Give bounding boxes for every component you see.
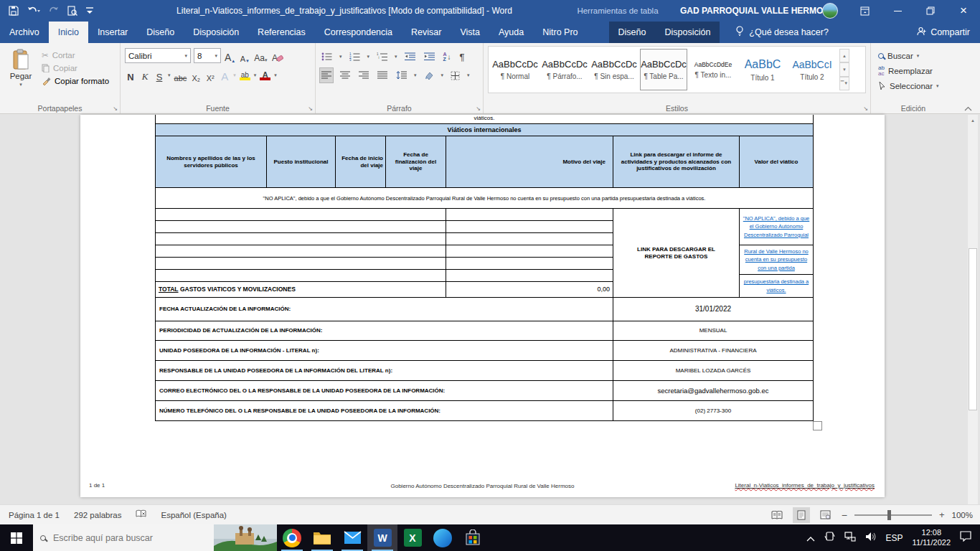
font-size-combo[interactable]: 8▾ bbox=[194, 48, 221, 63]
info-value-telefono[interactable]: (02) 2773-300 bbox=[613, 400, 814, 421]
tab-nitro-pro[interactable]: Nitro Pro bbox=[533, 22, 587, 43]
info-label-fecha[interactable]: FECHA ACTUALIZACIÓN DE LA INFORMACIÓN: bbox=[155, 297, 613, 321]
increase-indent-button[interactable] bbox=[423, 50, 436, 64]
show-marks-button[interactable]: ¶ bbox=[458, 50, 466, 64]
column-header-nombres[interactable]: Nombres y apellidos de las y los servido… bbox=[155, 136, 267, 188]
justify-button[interactable] bbox=[376, 68, 389, 83]
select-button[interactable]: Seleccionar▾ bbox=[878, 78, 951, 93]
web-layout-icon[interactable] bbox=[817, 507, 834, 523]
table-empty-cell[interactable] bbox=[155, 269, 446, 282]
table-resize-handle[interactable] bbox=[813, 421, 822, 430]
paste-button[interactable]: Pegar ▾ bbox=[4, 46, 37, 102]
zoom-slider[interactable] bbox=[854, 514, 932, 516]
style-texto-independiente[interactable]: AaBbCcDdEe¶ Texto in... bbox=[689, 49, 737, 90]
style-table-paragraph[interactable]: AaBbCcDc¶ Table Pa... bbox=[640, 49, 687, 90]
info-label-unidad[interactable]: UNIDAD POSEEDORA DE LA INFORMACIÓN - LIT… bbox=[155, 340, 613, 361]
table-empty-cell[interactable] bbox=[446, 220, 613, 233]
underline-button[interactable]: S bbox=[154, 68, 165, 83]
valor-link-cell-2[interactable]: Rural de Valle Hermoso no cuenta en su p… bbox=[739, 245, 814, 275]
tab-revisar[interactable]: Revisar bbox=[402, 22, 451, 43]
table-empty-cell[interactable] bbox=[155, 232, 446, 245]
paragraph-dialog-launcher-icon[interactable]: ↘ bbox=[476, 105, 481, 112]
styles-scroll-down-icon[interactable]: ▼ bbox=[839, 62, 849, 76]
tab-inicio[interactable]: Inicio bbox=[49, 22, 88, 43]
collapse-ribbon-icon[interactable] bbox=[964, 101, 972, 114]
style-parrafo[interactable]: AaBbCcDc¶ Párrafo... bbox=[541, 49, 588, 90]
style-normal[interactable]: AaBbCcDc¶ Normal bbox=[491, 49, 539, 90]
close-button[interactable]: × bbox=[947, 0, 980, 22]
taskbar-chrome-icon[interactable] bbox=[277, 524, 307, 551]
table-empty-cell[interactable] bbox=[446, 257, 613, 270]
restore-button[interactable] bbox=[914, 0, 947, 22]
align-right-button[interactable] bbox=[357, 68, 370, 83]
ribbon-display-options-icon[interactable] bbox=[848, 0, 881, 22]
info-label-correo[interactable]: CORREO ELECTRÓNICO DEL O LA RESPONSABLE … bbox=[155, 380, 613, 401]
tab-ayuda[interactable]: Ayuda bbox=[489, 22, 533, 43]
read-mode-icon[interactable] bbox=[768, 507, 786, 523]
vertical-scrollbar[interactable]: ▲ bbox=[967, 115, 978, 504]
clear-formatting-button[interactable]: A bbox=[271, 49, 284, 63]
info-value-fecha[interactable]: 31/01/2022 bbox=[613, 297, 814, 321]
link-reporte-gastos-cell[interactable]: LINK PARA DESCARGAR EL REPORTE DE GASTOS bbox=[613, 208, 740, 298]
total-value-cell[interactable]: 0,00 bbox=[446, 281, 613, 298]
table-empty-cell[interactable] bbox=[446, 245, 613, 258]
styles-dialog-launcher-icon[interactable]: ↘ bbox=[863, 105, 868, 112]
sort-button[interactable]: AZ↓ bbox=[442, 50, 453, 64]
change-case-button[interactable]: Aa▾ bbox=[253, 49, 268, 63]
table-empty-cell[interactable] bbox=[155, 245, 446, 258]
tab-insertar[interactable]: Insertar bbox=[88, 22, 137, 43]
font-dialog-launcher-icon[interactable]: ↘ bbox=[308, 105, 313, 112]
shading-button[interactable] bbox=[423, 68, 435, 83]
valor-link-cell-1[interactable]: "NO APLICA", debido a que el Gobierno Au… bbox=[739, 208, 814, 245]
section-title-cell[interactable]: Viáticos internacionales bbox=[155, 123, 814, 136]
account-name[interactable]: GAD PARROQUIAL VALLE HERMOSO bbox=[680, 0, 836, 22]
table-empty-cell[interactable] bbox=[155, 220, 446, 233]
align-center-button[interactable] bbox=[339, 68, 352, 83]
style-sin-espaciado[interactable]: AaBbCcDc¶ Sin espa... bbox=[590, 49, 638, 90]
tablet-mode-icon[interactable] bbox=[824, 531, 835, 545]
print-layout-icon[interactable] bbox=[793, 507, 810, 523]
styles-scroll-up-icon[interactable]: ▲ bbox=[839, 49, 849, 62]
search-input[interactable] bbox=[52, 532, 188, 544]
info-label-responsable[interactable]: RESPONSABLE DE LA UNIDAD POSEEDORA DE LA… bbox=[155, 360, 613, 381]
info-label-telefono[interactable]: NÚMERO TELEFÓNICO DEL O LA RESPONSABLE D… bbox=[155, 400, 613, 421]
zoom-out-button[interactable]: − bbox=[842, 509, 847, 521]
scenic-app-icon[interactable] bbox=[214, 524, 277, 551]
table-empty-cell[interactable] bbox=[155, 257, 446, 270]
action-center-icon[interactable] bbox=[960, 531, 971, 545]
column-header-puesto[interactable]: Puesto institucional bbox=[266, 136, 336, 188]
word-count[interactable]: 292 palabras bbox=[74, 511, 122, 519]
decrease-indent-button[interactable] bbox=[403, 50, 417, 64]
table-empty-cell[interactable] bbox=[446, 208, 613, 221]
tab-correspondencia[interactable]: Correspondencia bbox=[315, 22, 402, 43]
page-indicator[interactable]: Página 1 de 1 bbox=[9, 511, 60, 519]
account-avatar[interactable] bbox=[822, 3, 838, 19]
grow-font-button[interactable]: A▲ bbox=[224, 49, 236, 63]
zoom-level[interactable]: 100% bbox=[952, 511, 973, 519]
start-button[interactable] bbox=[0, 524, 33, 551]
underline-dropdown-icon[interactable]: ▾ bbox=[168, 72, 171, 78]
tab-disposicion[interactable]: Disposición bbox=[184, 22, 248, 43]
print-preview-icon[interactable] bbox=[67, 6, 77, 16]
share-button[interactable]: Compartir bbox=[917, 22, 970, 43]
network-icon[interactable] bbox=[844, 532, 856, 545]
table-empty-cell[interactable] bbox=[446, 269, 613, 282]
italic-button[interactable]: K bbox=[139, 68, 151, 83]
column-header-fecha-fin[interactable]: Fecha de finalización del viaje bbox=[385, 136, 446, 188]
line-spacing-button[interactable] bbox=[395, 68, 408, 83]
strikethrough-button[interactable]: abc bbox=[174, 68, 188, 83]
taskbar-search-box[interactable] bbox=[33, 524, 214, 551]
style-titulo-1[interactable]: AaBbCTítulo 1 bbox=[739, 49, 786, 90]
tab-vista[interactable]: Vista bbox=[451, 22, 489, 43]
taskbar-file-explorer-icon[interactable] bbox=[307, 524, 337, 551]
numbering-button[interactable]: 123 bbox=[348, 50, 362, 64]
info-value-periodicidad[interactable]: MENSUAL bbox=[613, 321, 814, 341]
input-language-indicator[interactable]: ESP bbox=[886, 533, 903, 543]
save-icon[interactable] bbox=[9, 6, 19, 16]
tell-me-box[interactable]: ¿Qué desea hacer? bbox=[727, 22, 837, 43]
scroll-up-icon[interactable]: ▲ bbox=[968, 115, 978, 126]
taskbar-edge-icon[interactable] bbox=[428, 524, 458, 551]
font-color-button[interactable]: A bbox=[259, 68, 271, 83]
font-name-combo[interactable]: Calibri▾ bbox=[125, 48, 191, 63]
tab-archivo[interactable]: Archivo bbox=[0, 22, 49, 43]
